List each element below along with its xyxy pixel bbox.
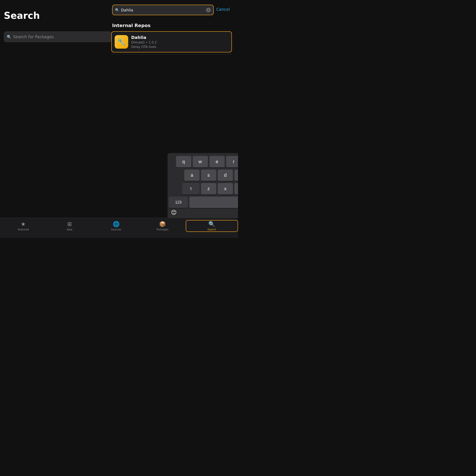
key-a[interactable]: a xyxy=(184,170,200,181)
key-x[interactable]: x xyxy=(218,183,233,194)
tab-featured[interactable]: ★ Featured xyxy=(0,220,46,232)
search-bar-static[interactable]: 🔍 Search for Packages xyxy=(4,31,112,42)
clear-button[interactable]: ✕ xyxy=(206,8,211,12)
keyboard: q w e r t y u i o p a s d f g h j k l ⇧ … xyxy=(167,153,238,218)
featured-icon: ★ xyxy=(21,221,26,227)
tab-search[interactable]: 🔍 Search xyxy=(186,220,238,232)
tab-bar: ★ Featured ⊞ New 🌐 Sources 📦 Packages 🔍 … xyxy=(0,218,238,238)
keyboard-row-3: ⇧ z x c v b n m ⌫ xyxy=(169,183,238,194)
key-s[interactable]: s xyxy=(201,170,216,181)
packages-icon: 📦 xyxy=(159,221,166,227)
search-placeholder: Search for Packages xyxy=(13,34,54,39)
right-panel: 🔍 Dahlia ✕ Cancel Internal Repos 🔧 Dahli… xyxy=(112,0,238,238)
section-label: Internal Repos xyxy=(112,23,151,28)
app-icon: 🔧 xyxy=(115,35,128,49)
key-d[interactable]: d xyxy=(218,170,233,181)
key-e[interactable]: e xyxy=(209,156,225,167)
key-z[interactable]: z xyxy=(201,183,216,194)
key-c[interactable]: c xyxy=(234,183,238,194)
tab-new[interactable]: ⊞ New xyxy=(46,220,93,232)
num-key[interactable]: 123 xyxy=(169,197,188,208)
app-name: Dahlia xyxy=(131,35,157,40)
search-icon: 🔍 xyxy=(115,8,119,12)
search-tab-label: Search xyxy=(207,228,216,231)
key-q[interactable]: q xyxy=(176,156,191,167)
search-query: Dahlia xyxy=(121,8,204,12)
search-icon-static: 🔍 xyxy=(7,35,11,39)
keyboard-emoji-row: 😊 🎤 xyxy=(169,208,238,216)
tab-packages[interactable]: 📦 Packages xyxy=(139,220,185,232)
page-title: Search xyxy=(4,10,40,21)
new-icon: ⊞ xyxy=(67,221,72,227)
search-tab-icon: 🔍 xyxy=(208,221,215,227)
shift-key[interactable]: ⇧ xyxy=(182,183,200,194)
sources-icon: 🌐 xyxy=(113,221,120,227)
tab-sources[interactable]: 🌐 Sources xyxy=(93,220,139,232)
keyboard-row-4: 123 space search xyxy=(169,197,238,208)
space-key[interactable]: space xyxy=(189,197,238,208)
key-f[interactable]: f xyxy=(234,170,238,181)
app-dot: • xyxy=(146,41,149,44)
keyboard-row-1: q w e r t y u i o p xyxy=(169,156,238,167)
app-meta: DhinakG • 1.0.2 xyxy=(131,41,157,44)
app-version: 1.0.2 xyxy=(149,41,157,44)
new-label: New xyxy=(67,228,72,231)
app-description: Delay OTA tools xyxy=(131,45,157,49)
key-w[interactable]: w xyxy=(193,156,208,167)
emoji-button[interactable]: 😊 xyxy=(171,209,177,216)
search-overlay-bar[interactable]: 🔍 Dahlia ✕ xyxy=(112,5,214,15)
packages-label: Packages xyxy=(157,228,168,231)
featured-label: Featured xyxy=(18,228,29,231)
left-panel: Search 🔍 Search for Packages xyxy=(0,0,112,238)
cancel-button[interactable]: Cancel xyxy=(216,7,230,12)
sources-label: Sources xyxy=(111,228,121,231)
key-r[interactable]: r xyxy=(226,156,238,167)
result-card[interactable]: 🔧 Dahlia DhinakG • 1.0.2 Delay OTA tools xyxy=(111,31,232,52)
app-author: DhinakG xyxy=(131,41,145,44)
keyboard-row-2: a s d f g h j k l xyxy=(169,170,238,181)
app-info: Dahlia DhinakG • 1.0.2 Delay OTA tools xyxy=(131,35,157,49)
